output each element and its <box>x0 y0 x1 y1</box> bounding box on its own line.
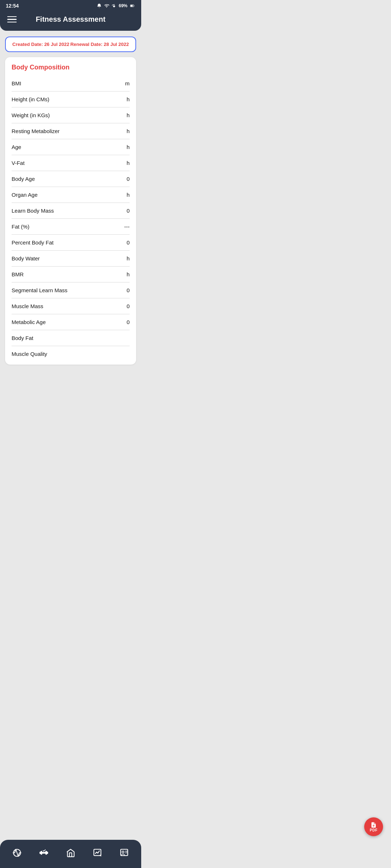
metric-value-bmi: m <box>125 80 130 86</box>
svg-rect-1 <box>131 5 133 7</box>
hamburger-line-1 <box>7 16 17 17</box>
metric-row-body-age: Body Age 0 <box>12 171 130 187</box>
metric-label-bmi: BMI <box>12 80 21 86</box>
hamburger-menu-button[interactable] <box>7 16 17 23</box>
page-title: Fitness Assessment <box>17 15 125 24</box>
metric-row-resting-metabolizer: Resting Metabolizer h <box>12 123 130 139</box>
metric-label-body-water: Body Water <box>12 255 40 261</box>
metric-row-age: Age h <box>12 139 130 155</box>
metric-row-muscle-quality: Muscle Quality <box>12 346 130 362</box>
metric-value-vfat: h <box>127 160 130 166</box>
renewal-date: Renewal Date: 28 Jul 2022 <box>70 42 129 47</box>
metric-value-height: h <box>127 96 130 102</box>
metric-label-age: Age <box>12 144 21 150</box>
metric-label-fat-percent: Fat (%) <box>12 224 29 230</box>
metric-row-vfat: V-Fat h <box>12 155 130 171</box>
status-icons: 69% <box>97 3 135 8</box>
metric-row-percent-body-fat: Percent Body Fat 0 <box>12 235 130 251</box>
battery-text: 69% <box>119 3 127 8</box>
metric-row-metabolic-age: Metabolic Age 0 <box>12 314 130 330</box>
metric-label-muscle-quality: Muscle Quality <box>12 351 47 357</box>
date-card: Created Date: 26 Jul 2022 Renewal Date: … <box>5 37 136 52</box>
app-header: Fitness Assessment <box>0 11 141 31</box>
metric-value-metabolic-age: 0 <box>127 319 130 325</box>
metric-label-bmr: BMR <box>12 271 24 277</box>
metric-value-age: h <box>127 144 130 150</box>
metric-row-body-fat: Body Fat <box>12 330 130 346</box>
metric-value-segmental-learn-mass: 0 <box>127 287 130 293</box>
metric-row-fat-percent: Fat (%) --- <box>12 219 130 235</box>
signal-icon <box>112 3 117 8</box>
metric-row-height: Height (in CMs) h <box>12 92 130 107</box>
metric-label-vfat: V-Fat <box>12 160 25 166</box>
section-title: Body Composition <box>12 64 130 71</box>
main-content: Created Date: 26 Jul 2022 Renewal Date: … <box>0 31 141 370</box>
metric-row-bmr: BMR h <box>12 267 130 282</box>
metric-row-body-water: Body Water h <box>12 251 130 267</box>
metric-row-muscle-mass: Muscle Mass 0 <box>12 298 130 314</box>
hamburger-line-2 <box>7 19 17 20</box>
battery-icon <box>130 3 135 8</box>
metric-label-learn-body-mass: Learn Body Mass <box>12 208 54 214</box>
metric-label-organ-age: Organ Age <box>12 192 38 198</box>
metric-row-learn-body-mass: Learn Body Mass 0 <box>12 203 130 219</box>
metric-row-bmi: BMI m <box>12 76 130 92</box>
metric-label-metabolic-age: Metabolic Age <box>12 319 46 325</box>
metric-value-percent-body-fat: 0 <box>127 239 130 246</box>
metric-value-body-age: 0 <box>127 176 130 182</box>
body-composition-card: Body Composition BMI m Height (in CMs) h… <box>5 57 136 365</box>
metric-value-muscle-mass: 0 <box>127 303 130 309</box>
metric-value-organ-age: h <box>127 192 130 198</box>
metric-value-learn-body-mass: 0 <box>127 208 130 214</box>
wifi-icon <box>104 3 109 8</box>
metric-label-resting-metabolizer: Resting Metabolizer <box>12 128 60 134</box>
metric-row-segmental-learn-mass: Segmental Learn Mass 0 <box>12 282 130 298</box>
metric-label-body-fat: Body Fat <box>12 335 33 341</box>
metric-label-body-age: Body Age <box>12 176 35 182</box>
hamburger-line-3 <box>7 22 17 23</box>
created-date: Created Date: 26 Jul 2022 <box>12 42 70 47</box>
metric-label-muscle-mass: Muscle Mass <box>12 303 43 309</box>
metric-value-resting-metabolizer: h <box>127 128 130 134</box>
status-bar: 12:54 69% <box>0 0 141 11</box>
metric-value-body-water: h <box>127 255 130 261</box>
metric-row-organ-age: Organ Age h <box>12 187 130 203</box>
metric-label-percent-body-fat: Percent Body Fat <box>12 239 54 246</box>
status-time: 12:54 <box>6 3 19 9</box>
alarm-icon <box>97 3 102 8</box>
metric-row-weight: Weight (in KGs) h <box>12 107 130 123</box>
metric-value-weight: h <box>127 112 130 118</box>
metric-label-height: Height (in CMs) <box>12 96 49 102</box>
metric-value-fat-percent: --- <box>124 224 130 230</box>
metric-label-weight: Weight (in KGs) <box>12 112 50 118</box>
metric-label-segmental-learn-mass: Segmental Learn Mass <box>12 287 67 293</box>
metric-value-bmr: h <box>127 271 130 277</box>
